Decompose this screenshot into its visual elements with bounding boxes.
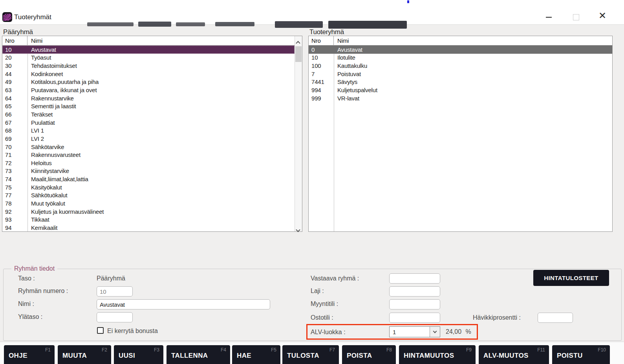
- cell-nro: 63: [2, 87, 27, 93]
- nimi-field[interactable]: [97, 299, 270, 309]
- cell-nimi: Ilotulite: [334, 54, 612, 61]
- ostotili-field[interactable]: [389, 313, 440, 323]
- hintatulosteet-button[interactable]: HINTATULOSTEET: [533, 270, 609, 286]
- bonus-checkbox[interactable]: [97, 327, 104, 334]
- cell-nro: 72: [2, 160, 27, 166]
- button-label: POISTA: [347, 352, 372, 360]
- cell-nro: 67: [2, 119, 27, 126]
- close-button[interactable]: ✕: [598, 11, 606, 20]
- client-area: Pääryhmä Tuoteryhmä Nro Nimi 10 Avustava…: [0, 24, 624, 364]
- scroll-down-icon[interactable]: [296, 226, 300, 229]
- function-button-bar: OHJE F1 MUUTA F2 UUSI F3 TALLENNA F4: [0, 345, 624, 364]
- list-rows: 10 Avustavat 20 Työasut 30 Tehdastoimitu…: [2, 46, 295, 231]
- column-header-nimi[interactable]: Nimi: [27, 37, 42, 44]
- table-row[interactable]: 7 Poistuvat: [309, 70, 612, 78]
- table-row[interactable]: 78 Muut työkalut: [2, 199, 295, 207]
- tuoteryhma-list: Nro Nimi 0 Avustavat 10 Ilotulite: [308, 36, 613, 232]
- function-button[interactable]: TULOSTA F7: [282, 345, 339, 364]
- table-row[interactable]: 44 Kodinkoneet: [2, 70, 295, 78]
- function-button[interactable]: MUUTA F2: [58, 345, 111, 364]
- table-row[interactable]: 73 Kiinnitystarvike: [2, 167, 295, 175]
- ghost-artifact: [328, 21, 407, 29]
- ghost-artifact: [87, 22, 134, 26]
- button-fkey: F1: [45, 347, 51, 353]
- table-row[interactable]: 72 Heloitus: [2, 159, 295, 167]
- table-row[interactable]: 994 Kuljetuspalvelut: [309, 86, 612, 94]
- cell-nimi: Työasut: [27, 54, 295, 61]
- table-row[interactable]: 75 Käsityökalut: [2, 183, 295, 191]
- minimize-button[interactable]: [546, 17, 552, 18]
- cell-nimi: Kodinkoneet: [27, 71, 295, 77]
- table-row[interactable]: 999 VR-lavat: [309, 94, 612, 102]
- ghost-artifact: [215, 22, 254, 26]
- cell-nimi: Sähkötarvike: [27, 144, 295, 150]
- function-button[interactable]: OHJE F1: [4, 345, 55, 364]
- cell-nro: 10: [309, 54, 334, 61]
- function-button[interactable]: HAE F5: [232, 345, 280, 364]
- column-header-nro[interactable]: Nro: [2, 36, 27, 45]
- ylataso-field[interactable]: [97, 312, 133, 322]
- function-button[interactable]: TALLENNA F4: [167, 345, 230, 364]
- button-fkey: F3: [154, 347, 159, 353]
- nimi-label: Nimi :: [18, 300, 34, 308]
- table-row[interactable]: 65 Sementti ja laastit: [2, 102, 295, 110]
- laji-field[interactable]: [389, 286, 440, 297]
- scroll-up-icon[interactable]: [296, 39, 300, 43]
- cell-nimi: Rakennustarvike: [27, 95, 295, 102]
- havikki-field[interactable]: [538, 313, 573, 323]
- cell-nro: 78: [2, 200, 27, 207]
- table-row[interactable]: 66 Teräkset: [2, 110, 295, 118]
- table-row[interactable]: 0 Avustavat: [309, 46, 612, 54]
- function-button[interactable]: ALV-MUUTOS F11: [479, 345, 549, 364]
- table-row[interactable]: 71 Rakennusvarusteet: [2, 151, 295, 159]
- button-fkey: F9: [466, 347, 472, 353]
- app-logo-icon: [2, 12, 12, 22]
- cell-nimi: Kuljetuspalvelut: [334, 87, 612, 93]
- cell-nimi: Poistuvat: [334, 71, 612, 77]
- table-row[interactable]: 49 Kotitalous,puutarha ja piha: [2, 78, 295, 86]
- function-button[interactable]: POISTA F8: [342, 345, 396, 364]
- table-row[interactable]: 77 Sähkötuökalut: [2, 191, 295, 200]
- scrollbar-thumb[interactable]: [295, 46, 302, 62]
- cell-nro: 70: [2, 144, 27, 150]
- vertical-scrollbar[interactable]: [295, 36, 302, 231]
- table-row[interactable]: 30 Tehdastoimitukset: [2, 62, 295, 70]
- cell-nro: 77: [2, 192, 27, 198]
- table-row[interactable]: 63 Puutavara, ikkunat ja ovet: [2, 86, 295, 94]
- left-panel-title: Pääryhmä: [3, 28, 33, 36]
- ryhman-numero-field[interactable]: [97, 286, 133, 297]
- cell-nimi: VR-lavat: [334, 95, 612, 102]
- cell-nro: 7441: [309, 78, 334, 85]
- cell-nimi: Puulattiat: [27, 119, 295, 126]
- table-row[interactable]: 68 LVI 1: [2, 126, 295, 135]
- table-row[interactable]: 92 Kuljetus ja kuormausvälineet: [2, 207, 295, 216]
- cell-nro: 94: [2, 224, 27, 231]
- table-row[interactable]: 69 LVI 2: [2, 135, 295, 143]
- cell-nro: 74: [2, 176, 27, 182]
- function-button[interactable]: HINTAMUUTOS F9: [399, 345, 476, 364]
- column-header-nimi[interactable]: Nimi: [334, 37, 349, 44]
- paaryhma-list: Nro Nimi 10 Avustavat 20 Työasut: [2, 36, 302, 232]
- function-button[interactable]: POISTU F10: [552, 345, 610, 364]
- table-row[interactable]: 94 Kemikaalit: [2, 224, 295, 231]
- cell-nimi: Rakennusvarusteet: [27, 151, 295, 158]
- table-row[interactable]: 10 Ilotulite: [309, 54, 612, 62]
- maximize-button[interactable]: [573, 14, 579, 20]
- cell-nimi: Tikkaat: [27, 216, 295, 223]
- table-row[interactable]: 70 Sähkötarvike: [2, 143, 295, 151]
- button-fkey: F7: [329, 347, 335, 353]
- table-row[interactable]: 67 Puulattiat: [2, 118, 295, 127]
- vastaava-field[interactable]: [389, 273, 440, 284]
- myyntitili-field[interactable]: [389, 299, 440, 309]
- table-row[interactable]: 20 Työasut: [2, 54, 295, 62]
- table-row[interactable]: 64 Rakennustarvike: [2, 94, 295, 102]
- table-row[interactable]: 93 Tikkaat: [2, 215, 295, 224]
- table-row[interactable]: 74 Maalit,liimat,lakat,lattia: [2, 175, 295, 183]
- column-header-nro[interactable]: Nro: [309, 36, 334, 45]
- function-button[interactable]: UUSI F3: [114, 345, 163, 364]
- table-row[interactable]: 10 Avustavat: [2, 46, 295, 54]
- table-row[interactable]: 7441 Sävytys: [309, 78, 612, 86]
- cell-nimi: LVI 1: [27, 127, 295, 134]
- table-row[interactable]: 100 Kauttakulku: [309, 62, 612, 70]
- cell-nimi: Avustavat: [334, 46, 612, 53]
